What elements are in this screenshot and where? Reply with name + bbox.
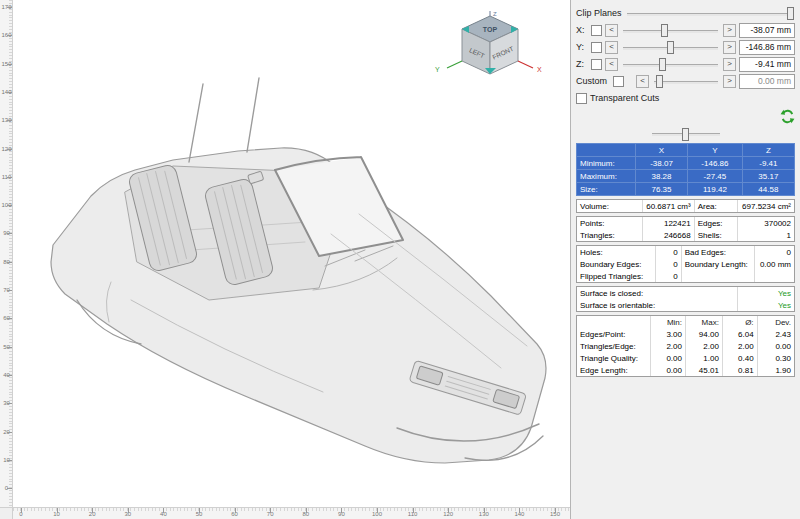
area-label: Area: [694, 200, 737, 212]
clip-title-row: Clip Planes [576, 6, 795, 20]
ruler-tick [413, 508, 414, 513]
slider-handle[interactable] [682, 128, 689, 141]
clip-planes-title: Clip Planes [576, 8, 622, 18]
ruler-tick [21, 508, 22, 513]
plane-x-checkbox[interactable] [591, 25, 602, 36]
slider-handle[interactable] [659, 58, 666, 71]
mesh-row-triangles-edge: Triangles/Edge: 2.00 2.00 2.00 0.00 [577, 340, 794, 352]
plane-z-step-right-button[interactable]: > [723, 58, 736, 71]
mesh-col-dev: Dev. [757, 316, 794, 328]
surface-status-group: Surface is closed: Yes Surface is orient… [576, 286, 795, 312]
ruler-tick [7, 205, 12, 206]
plane-z-value[interactable]: -9.41 mm [739, 57, 795, 72]
points-label: Points: [577, 217, 642, 229]
plane-y-checkbox[interactable] [591, 42, 602, 53]
volume-value: 60.6871 cm³ [642, 200, 694, 212]
ruler-tick [7, 262, 12, 263]
plane-x-step-right-button[interactable]: > [723, 24, 736, 37]
edges-value: 370002 [738, 217, 794, 229]
custom-step-right-button[interactable]: > [723, 75, 736, 88]
clip-planes-panel: Clip Planes X: < > -38.07 mm Y: < > -146… [571, 0, 800, 519]
custom-plane-value[interactable]: 0.00 mm [739, 74, 795, 89]
plane-x-slider[interactable] [621, 24, 720, 37]
surface-closed-value: Yes [738, 287, 794, 299]
ruler-tick [270, 508, 271, 513]
ruler-tick [448, 508, 449, 513]
plane-y-value[interactable]: -146.86 mm [739, 40, 795, 55]
custom-plane-checkbox[interactable] [613, 76, 624, 87]
bbox-maximum-row: Maximum: 38.28 -27.45 35.17 [577, 170, 795, 183]
mesh-col-max: Max: [686, 316, 723, 328]
view-cube-top-label: TOP [483, 26, 498, 33]
custom-step-left-button[interactable]: < [636, 75, 649, 88]
bad-edges-label: Bad Edges: [681, 246, 755, 258]
bbox-minimum-row: Minimum: -38.07 -146.86 -9.41 [577, 157, 795, 170]
ruler-tick [7, 149, 12, 150]
axis-x-label: X [537, 66, 542, 73]
ruler-tick [7, 375, 12, 376]
plane-z-label: Z: [576, 59, 588, 69]
plane-y-slider[interactable] [621, 41, 720, 54]
ruler-tick [7, 432, 12, 433]
plane-z-checkbox[interactable] [591, 59, 602, 70]
ruler-tick [7, 92, 12, 93]
ruler-tick [7, 35, 12, 36]
mesh-row-edges-point: Edges/Point: 3.00 94.00 6.04 2.43 [577, 328, 794, 340]
cut-transparency-slider[interactable] [650, 128, 722, 140]
view-cube[interactable]: TOP LEFT FRONT X Y Z [430, 10, 542, 88]
shells-value: 1 [738, 229, 794, 241]
ruler-tick [235, 508, 236, 513]
transparent-cuts-label: Transparent Cuts [590, 93, 659, 103]
ruler-tick [92, 508, 93, 513]
bounding-box-table: X Y Z Minimum: -38.07 -146.86 -9.41 Maxi… [576, 143, 795, 196]
plane-row-x: X: < > -38.07 mm [576, 23, 795, 37]
clip-master-slider[interactable] [625, 7, 795, 20]
ruler-tick [377, 508, 378, 513]
slider-handle[interactable] [656, 75, 663, 88]
model-scene[interactable]: TOP LEFT FRONT X Y Z [13, 0, 570, 507]
ruler-tick [7, 120, 12, 121]
plane-x-label: X: [576, 25, 588, 35]
plane-x-step-left-button[interactable]: < [605, 24, 618, 37]
custom-plane-row: Custom < > 0.00 mm [576, 74, 795, 88]
ruler-tick [7, 318, 12, 319]
transparent-cuts-checkbox[interactable] [576, 93, 587, 104]
plane-z-slider[interactable] [621, 58, 720, 71]
mesh-quality-group: Min: Max: Ø: Dev. Edges/Point: 3.00 94.0… [576, 315, 795, 377]
plane-y-step-right-button[interactable]: > [723, 41, 736, 54]
boundary-edges-value: 0 [655, 258, 681, 270]
slider-handle[interactable] [661, 24, 668, 37]
transparent-cuts-row: Transparent Cuts [576, 91, 795, 105]
boundary-length-label: Boundary Length: [681, 258, 755, 270]
slider-handle[interactable] [667, 41, 674, 54]
refresh-icon[interactable] [780, 109, 795, 124]
ruler-tick [341, 508, 342, 513]
ruler-tick [7, 488, 12, 489]
plane-x-value[interactable]: -38.07 mm [739, 23, 795, 38]
bad-edges-value: 0 [755, 246, 794, 258]
custom-plane-slider[interactable] [652, 75, 720, 88]
plane-z-step-left-button[interactable]: < [605, 58, 618, 71]
bbox-col-z: Z [742, 144, 794, 157]
custom-plane-label: Custom [576, 76, 610, 86]
defects-group: Holes: 0 Bad Edges: 0 Boundary Edges: 0 … [576, 245, 795, 283]
flipped-triangles-label: Flipped Triangles: [577, 270, 655, 282]
volume-label: Volume: [577, 200, 642, 212]
surface-closed-label: Surface is closed: [577, 287, 738, 299]
holes-label: Holes: [577, 246, 655, 258]
bbox-header-row: X Y Z [577, 144, 795, 157]
ruler-tick [128, 508, 129, 513]
plane-y-step-left-button[interactable]: < [605, 41, 618, 54]
car-pillars [189, 78, 259, 162]
ruler-corner [0, 507, 13, 519]
ruler-tick [7, 64, 12, 65]
counts-group: Points: 122421 Edges: 370002 Triangles: … [576, 216, 795, 242]
triangles-label: Triangles: [577, 229, 642, 241]
points-value: 122421 [642, 217, 694, 229]
slider-handle[interactable] [787, 7, 794, 20]
ruler-tick [7, 177, 12, 178]
refresh-row [576, 108, 795, 125]
area-value: 697.5234 cm² [738, 200, 794, 212]
viewport-3d[interactable]: TOP LEFT FRONT X Y Z 1701601501401301201… [0, 0, 571, 519]
volume-area-group: Volume: 60.6871 cm³ Area: 697.5234 cm² [576, 199, 795, 213]
